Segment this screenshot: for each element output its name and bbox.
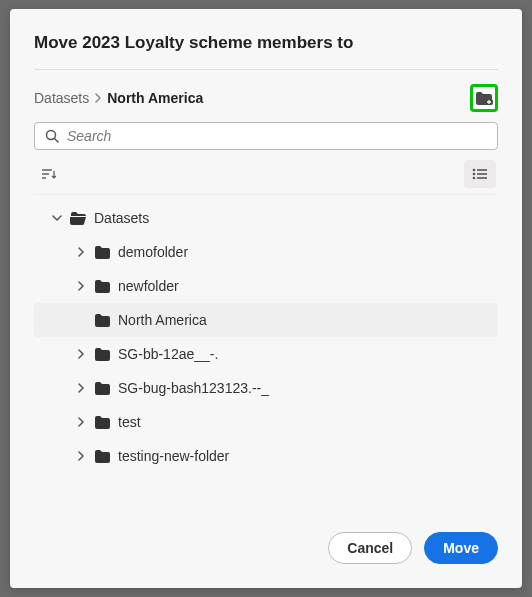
folder-closed-icon xyxy=(94,415,110,429)
list-view-icon xyxy=(472,168,488,180)
tree-root[interactable]: Datasets xyxy=(34,201,498,235)
folder-open-icon xyxy=(70,211,86,225)
breadcrumb-row: Datasets North America xyxy=(34,84,498,112)
sort-icon xyxy=(40,168,56,180)
breadcrumb-root[interactable]: Datasets xyxy=(34,90,89,106)
folder-closed-icon xyxy=(94,313,110,327)
folder-closed-icon xyxy=(94,347,110,361)
modal-overlay: Move 2023 Loyalty scheme members to Data… xyxy=(0,0,532,597)
svg-line-2 xyxy=(55,139,59,143)
tree-item-label: SG-bb-12ae__-. xyxy=(118,346,218,362)
tree-item[interactable]: SG-bb-12ae__-. xyxy=(34,337,498,371)
search-field[interactable] xyxy=(34,122,498,150)
chevron-right-icon xyxy=(95,93,101,103)
dialog-title: Move 2023 Loyalty scheme members to xyxy=(34,33,498,53)
tree-item-label: test xyxy=(118,414,141,430)
chevron-right-icon[interactable] xyxy=(76,247,86,257)
tree-item-label: demofolder xyxy=(118,244,188,260)
folder-closed-icon xyxy=(94,245,110,259)
chevron-right-icon[interactable] xyxy=(76,281,86,291)
chevron-right-icon[interactable] xyxy=(76,451,86,461)
tree-item[interactable]: test xyxy=(34,405,498,439)
tree-item[interactable]: SG-bug-bash123123.--_ xyxy=(34,371,498,405)
folder-closed-icon xyxy=(94,279,110,293)
folder-closed-icon xyxy=(94,381,110,395)
move-dialog: Move 2023 Loyalty scheme members to Data… xyxy=(10,9,522,588)
chevron-right-icon[interactable] xyxy=(76,417,86,427)
folder-tree: Datasets demofolder newfolder North Amer… xyxy=(34,201,498,514)
tree-item-label: North America xyxy=(118,312,207,328)
folder-closed-icon xyxy=(94,449,110,463)
breadcrumb-current: North America xyxy=(107,90,203,106)
search-input[interactable] xyxy=(67,128,487,144)
chevron-right-icon[interactable] xyxy=(76,349,86,359)
tree-item-label: testing-new-folder xyxy=(118,448,229,464)
chevron-right-icon[interactable] xyxy=(76,383,86,393)
tree-item-label: SG-bug-bash123123.--_ xyxy=(118,380,269,396)
tree-item-selected[interactable]: North America xyxy=(34,303,498,337)
dialog-footer: Cancel Move xyxy=(34,514,498,564)
svg-point-6 xyxy=(473,169,476,172)
tree-item[interactable]: demofolder xyxy=(34,235,498,269)
sort-button[interactable] xyxy=(36,164,60,184)
svg-point-10 xyxy=(473,177,476,180)
svg-point-8 xyxy=(473,173,476,176)
tree-item-label: newfolder xyxy=(118,278,179,294)
divider xyxy=(34,194,498,195)
tree-item[interactable]: testing-new-folder xyxy=(34,439,498,473)
search-icon xyxy=(45,129,59,143)
tree-item[interactable]: newfolder xyxy=(34,269,498,303)
cancel-button[interactable]: Cancel xyxy=(328,532,412,564)
tree-root-label: Datasets xyxy=(94,210,149,226)
divider xyxy=(34,69,498,70)
chevron-down-icon[interactable] xyxy=(52,213,62,223)
new-folder-button[interactable] xyxy=(470,84,498,112)
toolbar xyxy=(34,160,498,188)
breadcrumb: Datasets North America xyxy=(34,90,203,106)
new-folder-icon xyxy=(475,91,493,105)
view-toggle-button[interactable] xyxy=(464,160,496,188)
move-button[interactable]: Move xyxy=(424,532,498,564)
